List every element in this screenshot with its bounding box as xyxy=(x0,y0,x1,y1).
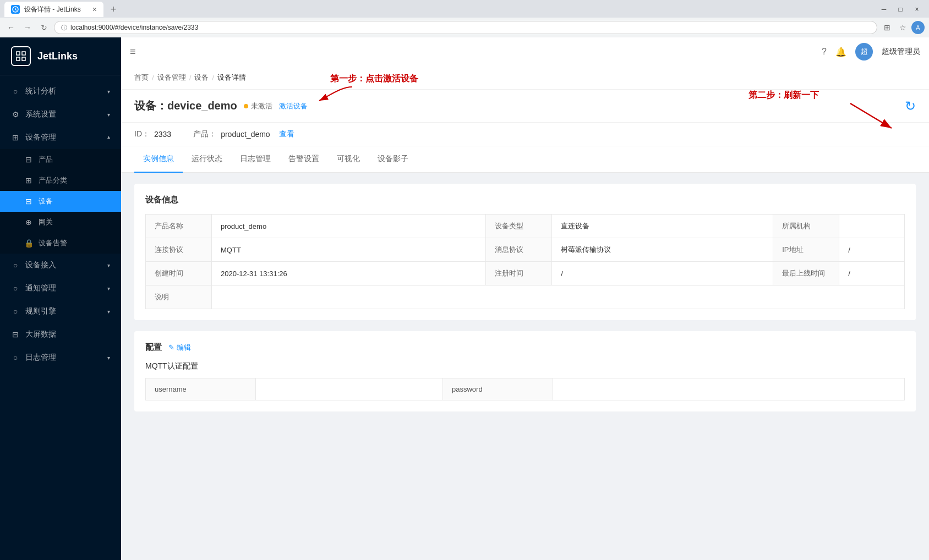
browser-chrome: 设备详情 - JetLinks × + ─ □ × xyxy=(0,0,929,18)
sidebar-logo: JetLinks xyxy=(0,37,121,75)
log-arrow: ▾ xyxy=(107,355,110,361)
sidebar-item-device-mgmt-label: 设备管理 xyxy=(25,133,56,142)
device-mgmt-arrow: ▾ xyxy=(107,135,110,141)
svg-rect-1 xyxy=(17,52,20,55)
tab-close-button[interactable]: × xyxy=(92,5,97,14)
browser-tab-active[interactable]: 设备详情 - JetLinks × xyxy=(4,2,103,17)
sidebar-item-stats-label: 统计分析 xyxy=(25,86,56,96)
hamburger-icon[interactable]: ≡ xyxy=(130,46,136,58)
close-button[interactable]: × xyxy=(909,2,925,17)
tab-runtime[interactable]: 运行状态 xyxy=(183,146,231,173)
tab-instance[interactable]: 实例信息 xyxy=(134,146,183,173)
device-icon: ⊟ xyxy=(24,197,33,206)
url-text: localhost:9000/#/device/instance/save/23… xyxy=(70,24,198,31)
sidebar-item-gateway[interactable]: ⊕ 网关 xyxy=(0,212,121,233)
sidebar-item-log-label: 日志管理 xyxy=(25,353,56,363)
mqtt-value-password xyxy=(553,378,905,400)
cell-label-ip: IP地址 xyxy=(773,238,839,262)
status-text: 未激活 xyxy=(251,101,272,111)
sidebar-item-product-category-label: 产品分类 xyxy=(39,175,67,185)
sidebar-item-settings-label: 系统设置 xyxy=(25,109,56,119)
sidebar-item-bigscreen[interactable]: ⊟ 大屏数据 xyxy=(0,323,121,346)
device-access-icon: ○ xyxy=(11,261,20,270)
device-info-title: 设备信息 xyxy=(145,195,905,205)
help-icon[interactable]: ? xyxy=(822,47,827,57)
browser-right-icons: ⊞ ☆ A xyxy=(881,21,925,34)
breadcrumb-sep-2: / xyxy=(189,74,192,82)
breadcrumb-device[interactable]: 设备 xyxy=(194,73,209,83)
address-bar[interactable]: ⓘ localhost:9000/#/device/instance/save/… xyxy=(54,21,877,34)
back-button[interactable]: ← xyxy=(4,21,18,34)
tab-log[interactable]: 日志管理 xyxy=(231,146,280,173)
sidebar-item-device-mgmt[interactable]: ⊞ 设备管理 ▾ xyxy=(0,126,121,149)
product-label: 产品： xyxy=(193,129,216,139)
status-dot xyxy=(244,104,248,108)
sidebar-item-device-access[interactable]: ○ 设备接入 ▾ xyxy=(0,254,121,277)
product-view-link[interactable]: 查看 xyxy=(279,129,294,139)
tab-visual[interactable]: 可视化 xyxy=(328,146,369,173)
stats-arrow: ▾ xyxy=(107,89,110,95)
cell-value-created: 2020-12-31 13:31:26 xyxy=(212,262,486,286)
minimize-button[interactable]: ─ xyxy=(876,2,892,17)
header-bar: ≡ ? 🔔 超 超级管理员 xyxy=(121,37,929,66)
sidebar-item-product[interactable]: ⊟ 产品 xyxy=(0,149,121,170)
settings-icon: ⚙ xyxy=(11,110,20,119)
sidebar-item-log[interactable]: ○ 日志管理 ▾ xyxy=(0,346,121,369)
edit-button[interactable]: ✎ 编辑 xyxy=(168,343,191,353)
main-content: ≡ ? 🔔 超 超级管理员 首页 / 设备管理 / 设备 / 设备详情 xyxy=(121,37,929,560)
page-title: 设备：device_demo xyxy=(134,98,237,113)
cell-label-note: 说明 xyxy=(146,286,212,309)
tab-alarm[interactable]: 告警设置 xyxy=(280,146,328,173)
id-label: ID： xyxy=(134,129,150,139)
logo-icon xyxy=(11,46,31,66)
secure-icon: ⓘ xyxy=(61,24,67,32)
activate-link[interactable]: 激活设备 xyxy=(279,101,308,111)
breadcrumb-home[interactable]: 首页 xyxy=(134,73,149,83)
sidebar-item-notify[interactable]: ○ 通知管理 ▾ xyxy=(0,277,121,300)
product-value: product_demo xyxy=(221,130,270,139)
translate-icon[interactable]: ⊞ xyxy=(881,21,894,34)
sidebar-item-stats[interactable]: ○ 统计分析 ▾ xyxy=(0,80,121,103)
breadcrumb-sep-3: / xyxy=(212,74,214,82)
new-tab-button[interactable]: + xyxy=(106,2,121,17)
product-icon: ⊟ xyxy=(24,155,33,164)
sidebar-item-rules[interactable]: ○ 规则引擎 ▾ xyxy=(0,300,121,323)
bell-icon[interactable]: 🔔 xyxy=(835,47,846,57)
device-access-arrow: ▾ xyxy=(107,262,110,268)
reload-button[interactable]: ↻ xyxy=(37,21,51,34)
breadcrumb-current: 设备详情 xyxy=(217,73,246,83)
device-mgmt-icon: ⊞ xyxy=(11,133,20,142)
refresh-button[interactable]: ↻ xyxy=(905,98,916,114)
section-content: 设备信息 产品名称 product_demo 设备类型 直连设备 所属机构 xyxy=(121,173,929,433)
rules-arrow: ▾ xyxy=(107,309,110,315)
status-badge: 未激活 xyxy=(244,101,272,111)
notify-icon: ○ xyxy=(11,284,20,293)
cell-label-org: 所属机构 xyxy=(773,215,839,238)
maximize-button[interactable]: □ xyxy=(893,2,908,17)
sidebar-item-gateway-label: 网关 xyxy=(39,217,53,227)
edit-icon: ✎ xyxy=(168,343,174,352)
sidebar-item-device[interactable]: ⊟ 设备 xyxy=(0,191,121,212)
window-controls: ─ □ × xyxy=(876,2,925,17)
tab-icon xyxy=(11,5,20,14)
sidebar-item-device-alarm-label: 设备告警 xyxy=(39,238,67,248)
cell-value-ip: / xyxy=(839,238,905,262)
forward-button[interactable]: → xyxy=(21,21,34,34)
sidebar-item-settings[interactable]: ⚙ 系统设置 ▾ xyxy=(0,103,121,126)
sidebar-logo-text: JetLinks xyxy=(37,51,78,62)
config-title: 配置 xyxy=(145,342,162,353)
sidebar-item-device-alarm[interactable]: 🔒 设备告警 xyxy=(0,233,121,254)
log-icon: ○ xyxy=(11,353,20,362)
profile-icon[interactable]: A xyxy=(911,21,925,34)
sidebar-item-notify-label: 通知管理 xyxy=(25,283,56,293)
bookmark-icon[interactable]: ☆ xyxy=(896,21,909,34)
sidebar-item-product-category[interactable]: ⊞ 产品分类 xyxy=(0,170,121,191)
breadcrumb-device-mgmt[interactable]: 设备管理 xyxy=(157,73,186,83)
tab-shadow[interactable]: 设备影子 xyxy=(369,146,417,173)
mqtt-row-username: username password xyxy=(146,378,905,400)
sidebar-item-device-label: 设备 xyxy=(39,196,53,206)
cell-label-product-name: 产品名称 xyxy=(146,215,212,238)
cell-value-product-name: product_demo xyxy=(212,215,486,238)
refresh-icon[interactable]: ↻ xyxy=(905,98,916,113)
cell-label-protocol: 连接协议 xyxy=(146,238,212,262)
